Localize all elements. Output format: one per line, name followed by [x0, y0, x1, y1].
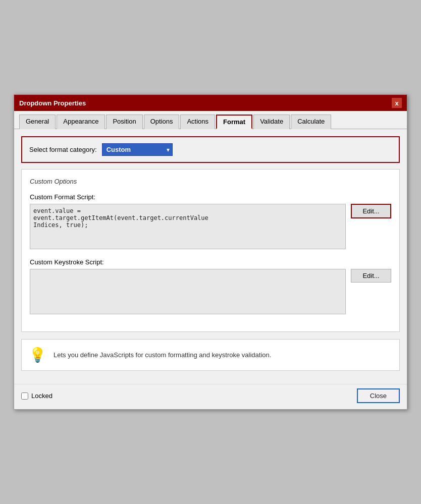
- keystroke-script-section: Custom Keystroke Script: Edit...: [30, 258, 391, 314]
- info-text: Lets you define JavaScripts for custom f…: [54, 350, 271, 360]
- dropdown-properties-dialog: Dropdown Properties x General Appearance…: [14, 94, 407, 410]
- tab-content-format: Select format category: None Number Perc…: [14, 129, 407, 384]
- info-box: 💡 Lets you define JavaScripts for custom…: [21, 339, 400, 371]
- custom-options-container: Custom Options Custom Format Script: Edi…: [21, 169, 400, 332]
- format-category-select[interactable]: None Number Percentage Date Time Special…: [102, 143, 173, 156]
- format-script-row: Edit...: [30, 204, 391, 249]
- locked-label: Locked: [31, 392, 52, 400]
- locked-checkbox[interactable]: [21, 393, 28, 400]
- locked-row: Locked: [21, 392, 52, 400]
- custom-options-title: Custom Options: [30, 178, 391, 185]
- dialog-title: Dropdown Properties: [19, 99, 86, 107]
- keystroke-script-row: Edit...: [30, 269, 391, 314]
- dropdown-wrapper: None Number Percentage Date Time Special…: [102, 143, 173, 156]
- tab-bar: General Appearance Position Options Acti…: [14, 111, 407, 129]
- tab-calculate[interactable]: Calculate: [291, 115, 331, 129]
- format-script-textarea[interactable]: [30, 204, 346, 249]
- tab-format[interactable]: Format: [216, 115, 252, 129]
- format-script-edit-button[interactable]: Edit...: [351, 204, 391, 218]
- format-category-row: Select format category: None Number Perc…: [29, 143, 392, 156]
- close-x-button[interactable]: x: [392, 98, 402, 108]
- tab-actions[interactable]: Actions: [180, 115, 215, 129]
- title-bar: Dropdown Properties x: [14, 95, 407, 111]
- tab-appearance[interactable]: Appearance: [57, 115, 105, 129]
- tab-options[interactable]: Options: [144, 115, 180, 129]
- keystroke-script-label: Custom Keystroke Script:: [30, 258, 391, 266]
- keystroke-script-edit-button[interactable]: Edit...: [351, 269, 391, 283]
- format-category-box: Select format category: None Number Perc…: [21, 136, 400, 163]
- lightbulb-icon: 💡: [29, 347, 46, 363]
- format-script-label: Custom Format Script:: [30, 193, 391, 201]
- tab-general[interactable]: General: [19, 115, 56, 129]
- close-button[interactable]: Close: [357, 388, 400, 403]
- format-category-label: Select format category:: [29, 146, 97, 153]
- tab-validate[interactable]: Validate: [253, 115, 290, 129]
- footer: Locked Close: [14, 384, 407, 409]
- keystroke-script-textarea[interactable]: [30, 269, 346, 314]
- format-script-section: Custom Format Script: Edit...: [30, 193, 391, 249]
- tab-position[interactable]: Position: [106, 115, 142, 129]
